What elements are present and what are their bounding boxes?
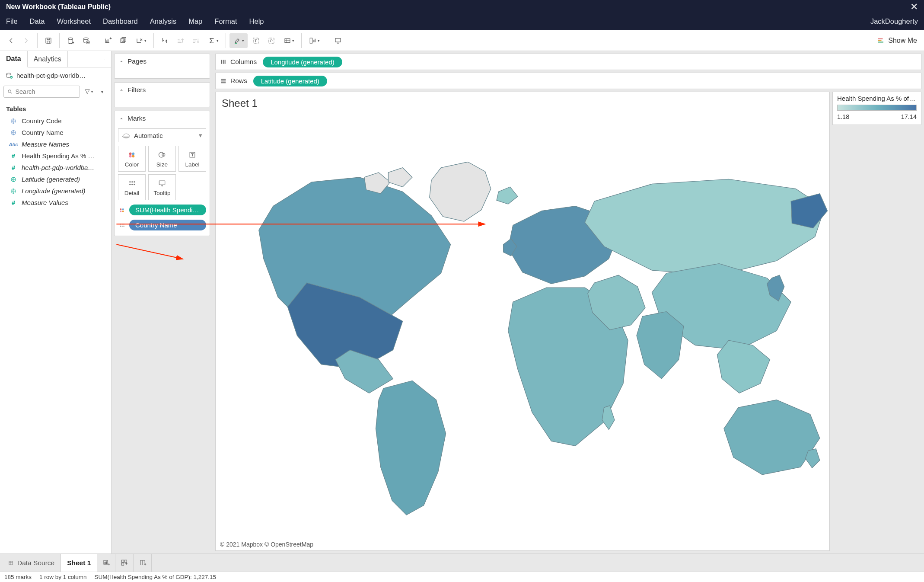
columns-pill[interactable]: Longitude (generated)	[263, 57, 342, 67]
marks-color-button[interactable]: Color	[118, 146, 146, 172]
search-input-wrapper[interactable]	[3, 86, 80, 98]
data-pane: Data Analytics health-pct-gdp-worldb… ▾ …	[0, 51, 112, 553]
sheet-canvas[interactable]: Sheet 1	[215, 92, 830, 551]
field-longitude[interactable]: Longitude (generated)	[0, 185, 111, 197]
pages-shelf[interactable]: Pages	[114, 54, 210, 79]
tables-header: Tables	[0, 102, 111, 115]
encoding-detail-row[interactable]: Country Name	[118, 220, 206, 230]
sheet-tab-bar: Data Source Sheet 1	[0, 553, 924, 572]
legend-area: Health Spending As % of … 1.18 17.14	[832, 92, 921, 125]
field-latitude[interactable]: Latitude (generated)	[0, 173, 111, 185]
tab-analytics[interactable]: Analytics	[28, 51, 68, 67]
rows-shelf[interactable]: Rows Latitude (generated)	[215, 73, 921, 89]
menu-format[interactable]: Format	[214, 17, 237, 26]
marks-size-button[interactable]: Size	[148, 146, 176, 172]
encoding-pill[interactable]: Country Name	[129, 220, 206, 230]
new-story-tab[interactable]	[134, 554, 152, 572]
field-measure-values[interactable]: # Measure Values	[0, 197, 111, 208]
chevron-left-icon	[104, 57, 105, 62]
svg-rect-63	[106, 562, 107, 564]
columns-shelf[interactable]: Columns Longitude (generated)	[215, 54, 921, 70]
legend-title: Health Spending As % of …	[837, 95, 917, 102]
sheet-title[interactable]: Sheet 1	[216, 92, 829, 111]
field-country-code[interactable]: Country Code	[0, 115, 111, 127]
duplicate-sheet-button[interactable]	[116, 33, 131, 48]
view-options-button[interactable]: ▾	[96, 85, 108, 98]
tab-data[interactable]: Data	[0, 51, 28, 67]
datasource-row[interactable]: health-pct-gdp-worldb…	[0, 67, 111, 83]
new-worksheet-tab[interactable]	[97, 554, 115, 572]
svg-rect-19	[878, 40, 882, 41]
swap-rows-cols-button[interactable]	[157, 33, 172, 48]
pause-auto-update-button[interactable]	[79, 33, 93, 48]
field-count[interactable]: # health-pct-gdp-worldba…	[0, 162, 111, 173]
user-name[interactable]: JackDougherty	[870, 17, 918, 26]
svg-point-21	[6, 73, 11, 75]
marks-type-dropdown[interactable]: Automatic ▾	[118, 128, 206, 142]
forward-button[interactable]	[19, 33, 34, 48]
clear-sheet-button[interactable]: ▾	[132, 33, 150, 48]
datasource-tab-icon	[8, 560, 14, 566]
marks-label-button[interactable]: T Label	[178, 146, 206, 172]
highlight-button[interactable]: ▾	[229, 33, 248, 48]
marks-color-label: Color	[125, 161, 139, 168]
toolbar-separator	[226, 33, 226, 48]
svg-rect-12	[269, 38, 274, 43]
encoding-pill[interactable]: SUM(Health Spendi…	[129, 205, 206, 215]
show-me-button[interactable]: Show Me	[873, 35, 921, 46]
menubar-items: File Data Worksheet Dashboard Analysis M…	[6, 17, 264, 26]
toolbar-separator	[37, 33, 38, 48]
back-button[interactable]	[3, 33, 18, 48]
globe-icon	[10, 188, 17, 194]
menu-data[interactable]: Data	[30, 17, 45, 26]
sort-asc-button[interactable]	[173, 33, 188, 48]
menu-file[interactable]: File	[6, 17, 18, 26]
show-hide-cards-button[interactable]: ▾	[305, 33, 323, 48]
new-dashboard-tab[interactable]	[115, 554, 134, 572]
color-legend[interactable]: Health Spending As % of … 1.18 17.14	[832, 92, 921, 125]
menu-help[interactable]: Help	[249, 17, 264, 26]
show-me-label: Show Me	[888, 37, 917, 45]
encoding-color-row[interactable]: SUM(Health Spendi…	[118, 205, 206, 215]
svg-rect-66	[121, 563, 124, 565]
svg-rect-54	[223, 60, 224, 64]
presentation-mode-button[interactable]	[331, 33, 345, 48]
rows-pill[interactable]: Latitude (generated)	[253, 76, 327, 86]
svg-rect-9	[123, 39, 124, 41]
new-worksheet-button[interactable]	[101, 33, 115, 48]
data-source-tab[interactable]: Data Source	[2, 554, 61, 572]
field-country-name[interactable]: Country Name	[0, 127, 111, 138]
world-map[interactable]: © 2021 Mapbox © OpenStreetMap	[216, 111, 829, 550]
menu-analysis[interactable]: Analysis	[150, 17, 176, 26]
marks-tooltip-button[interactable]: Tooltip	[148, 174, 176, 200]
svg-rect-61	[104, 560, 108, 564]
rows-icon	[220, 77, 227, 84]
menu-map[interactable]: Map	[188, 17, 202, 26]
marks-detail-label: Detail	[124, 190, 140, 196]
sort-desc-button[interactable]	[188, 33, 203, 48]
svg-point-49	[123, 224, 124, 224]
globe-icon	[10, 176, 17, 182]
show-labels-button[interactable]: T	[249, 33, 263, 48]
svg-point-44	[122, 208, 124, 210]
caret-up-icon	[119, 59, 124, 64]
marks-detail-button[interactable]: Detail	[118, 174, 146, 200]
sheet-tab-1[interactable]: Sheet 1	[61, 554, 97, 572]
save-button[interactable]	[41, 33, 56, 48]
close-icon[interactable]: ✕	[910, 1, 918, 13]
collapse-pane-button[interactable]	[98, 51, 111, 67]
totals-button[interactable]: ▾	[204, 33, 222, 48]
menu-dashboard[interactable]: Dashboard	[103, 17, 138, 26]
label-icon: T	[188, 150, 197, 160]
fit-button[interactable]: ▾	[280, 33, 298, 48]
data-pane-tabs: Data Analytics	[0, 51, 111, 67]
filter-fields-button[interactable]: ▾	[83, 85, 94, 98]
menu-worksheet[interactable]: Worksheet	[57, 17, 91, 26]
filters-shelf[interactable]: Filters	[114, 82, 210, 107]
search-input[interactable]	[15, 88, 76, 95]
annotate-button[interactable]	[264, 33, 279, 48]
field-measure-names[interactable]: Abc Measure Names	[0, 138, 111, 150]
new-datasource-button[interactable]	[63, 33, 78, 48]
caret-up-icon	[119, 116, 124, 121]
field-health-spending[interactable]: # Health Spending As % …	[0, 150, 111, 162]
